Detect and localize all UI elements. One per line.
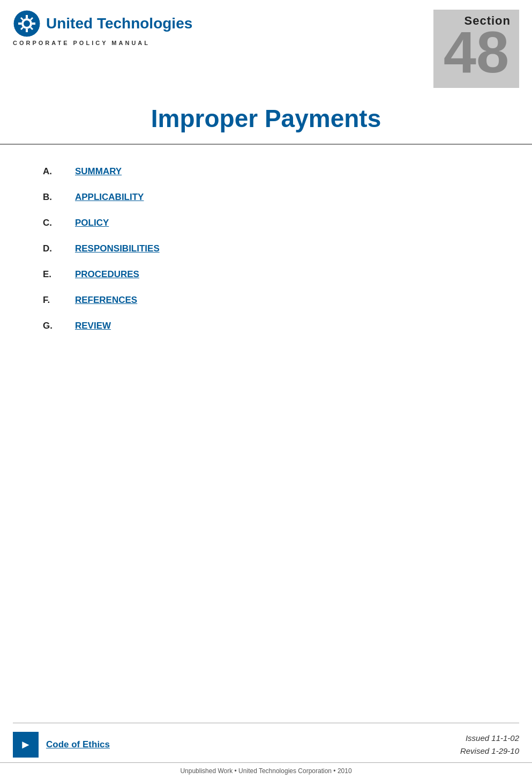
footer-area: ► Code of Ethics Issued 11-1-02 Revised … bbox=[0, 723, 532, 758]
ethics-icon: ► bbox=[13, 732, 39, 758]
toc-link[interactable]: REVIEW bbox=[75, 321, 111, 331]
footer-dates: Issued 11-1-02 Revised 1-29-10 bbox=[460, 732, 519, 758]
section-number: 48 bbox=[444, 23, 509, 81]
section-box: Section 48 bbox=[433, 10, 519, 88]
toc-link[interactable]: POLICY bbox=[75, 218, 109, 228]
toc-item: G.REVIEW bbox=[43, 321, 489, 331]
revised-date: Revised 1-29-10 bbox=[460, 745, 519, 758]
toc-item: C.POLICY bbox=[43, 218, 489, 228]
issued-date: Issued 11-1-02 bbox=[460, 732, 519, 745]
page-title: Improper Payments bbox=[21, 104, 511, 133]
toc-item: E.PROCEDURES bbox=[43, 269, 489, 280]
footer-left: ► Code of Ethics bbox=[13, 732, 110, 758]
svg-point-2 bbox=[24, 20, 30, 27]
bottom-bar: Unpublished Work • United Technologies C… bbox=[0, 762, 532, 779]
header: United Technologies CORPORATE POLICY MAN… bbox=[0, 0, 532, 88]
title-area: Improper Payments bbox=[0, 104, 532, 145]
footer-content: ► Code of Ethics Issued 11-1-02 Revised … bbox=[13, 723, 519, 758]
table-of-contents: A.SUMMARYB.APPLICABILITYC.POLICYD.RESPON… bbox=[0, 145, 532, 368]
toc-letter: A. bbox=[43, 166, 75, 177]
logo-text: United Technologies bbox=[46, 16, 192, 32]
toc-letter: E. bbox=[43, 269, 75, 280]
toc-letter: F. bbox=[43, 295, 75, 306]
logo-top: United Technologies bbox=[13, 10, 192, 38]
toc-letter: D. bbox=[43, 243, 75, 254]
toc-letter: B. bbox=[43, 192, 75, 203]
toc-link[interactable]: SUMMARY bbox=[75, 166, 122, 177]
logo-area: United Technologies CORPORATE POLICY MAN… bbox=[13, 10, 192, 46]
toc-link[interactable]: REFERENCES bbox=[75, 295, 137, 306]
toc-link[interactable]: APPLICABILITY bbox=[75, 192, 144, 203]
bottom-bar-text: Unpublished Work • United Technologies C… bbox=[180, 767, 351, 775]
utc-logo-icon bbox=[13, 10, 41, 38]
toc-item: B.APPLICABILITY bbox=[43, 192, 489, 203]
code-of-ethics-link[interactable]: Code of Ethics bbox=[46, 739, 110, 750]
toc-item: F.REFERENCES bbox=[43, 295, 489, 306]
toc-item: A.SUMMARY bbox=[43, 166, 489, 177]
logo-subtitle: CORPORATE POLICY MANUAL bbox=[13, 40, 150, 46]
toc-link[interactable]: PROCEDURES bbox=[75, 269, 139, 280]
toc-letter: C. bbox=[43, 218, 75, 228]
toc-letter: G. bbox=[43, 321, 75, 331]
toc-link[interactable]: RESPONSIBILITIES bbox=[75, 243, 160, 254]
toc-item: D.RESPONSIBILITIES bbox=[43, 243, 489, 254]
arrow-icon: ► bbox=[20, 738, 32, 752]
